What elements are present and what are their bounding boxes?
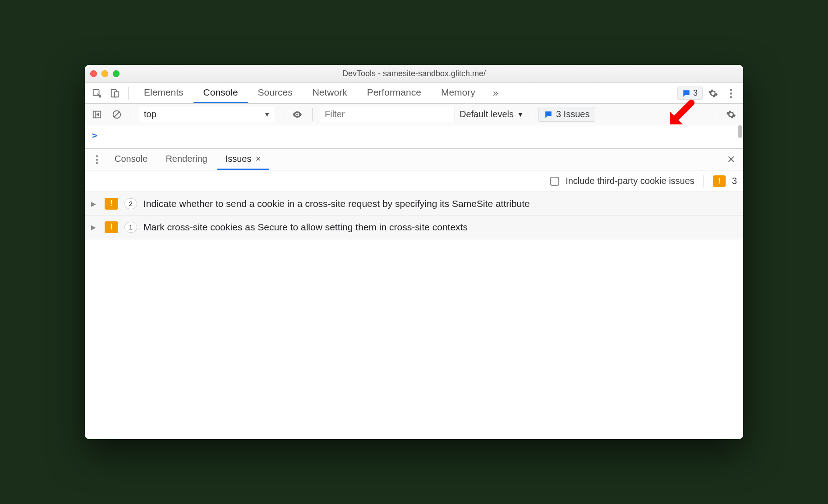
divider <box>312 108 313 121</box>
issues-badge-button[interactable]: 3 <box>677 87 703 100</box>
issues-list: ▶ ! 2 Indicate whether to send a cookie … <box>85 192 743 239</box>
divider <box>716 108 716 121</box>
tab-network[interactable]: Network <box>303 83 357 103</box>
titlebar: DevTools - samesite-sandbox.glitch.me/ <box>85 65 743 83</box>
drawer-tab-issues[interactable]: Issues ✕ <box>217 149 269 170</box>
scrollbar-thumb[interactable] <box>738 125 742 138</box>
issues-counter-label: 3 Issues <box>556 109 589 119</box>
more-tabs-icon[interactable]: » <box>488 86 503 101</box>
issues-toolbar: Include third-party cookie issues ! 3 <box>85 170 743 192</box>
drawer-tab-rendering[interactable]: Rendering <box>157 149 215 170</box>
console-toolbar: top ▼ Default levels ▼ 3 Issues <box>85 104 743 125</box>
issues-badge-count: 3 <box>693 88 698 98</box>
issues-counter-button[interactable]: 3 Issues <box>538 107 595 122</box>
chevron-down-icon: ▼ <box>517 111 524 118</box>
device-toolbar-icon[interactable] <box>107 86 123 101</box>
devtools-window: DevTools - samesite-sandbox.glitch.me/ E… <box>85 65 743 439</box>
tab-console[interactable]: Console <box>193 83 248 103</box>
issue-row[interactable]: ▶ ! 2 Indicate whether to send a cookie … <box>85 192 743 215</box>
warn-glyph: ! <box>713 175 726 187</box>
expand-icon[interactable]: ▶ <box>91 200 98 207</box>
divider <box>132 108 132 121</box>
warning-icon: ! <box>105 221 118 233</box>
console-sidebar-toggle-icon[interactable] <box>89 107 105 122</box>
filter-input[interactable] <box>320 107 455 122</box>
divider <box>282 108 282 121</box>
tab-sources[interactable]: Sources <box>248 83 303 103</box>
warning-icon: ! <box>105 198 118 210</box>
divider <box>531 108 531 121</box>
settings-icon[interactable] <box>705 86 721 101</box>
include-third-party-label: Include third-party cookie issues <box>566 176 695 186</box>
tab-memory[interactable]: Memory <box>431 83 485 103</box>
drawer-tab-console[interactable]: Console <box>106 149 156 170</box>
total-issues-count: 3 <box>732 176 737 186</box>
svg-rect-2 <box>115 92 119 97</box>
kebab-menu-icon[interactable]: ⋮ <box>723 86 739 101</box>
context-value: top <box>144 109 156 119</box>
log-levels-dropdown[interactable]: Default levels ▼ <box>460 109 524 119</box>
divider <box>704 175 704 188</box>
drawer-kebab-icon[interactable]: ⋮ <box>89 152 105 167</box>
expand-icon[interactable]: ▶ <box>91 224 98 231</box>
window-title: DevTools - samesite-sandbox.glitch.me/ <box>85 69 743 78</box>
include-third-party-checkbox[interactable] <box>550 177 559 186</box>
context-selector[interactable]: top ▼ <box>139 107 275 122</box>
chevron-down-icon: ▼ <box>264 111 270 118</box>
inspect-element-icon[interactable] <box>89 86 105 101</box>
prompt-symbol: > <box>92 130 97 141</box>
drawer-tabstrip: ⋮ Console Rendering Issues ✕ ✕ <box>85 149 743 170</box>
levels-label: Default levels <box>460 109 514 119</box>
svg-point-5 <box>296 114 298 115</box>
console-settings-icon[interactable] <box>723 107 739 122</box>
console-prompt[interactable]: > <box>85 125 743 149</box>
main-tabstrip: Elements Console Sources Network Perform… <box>85 83 743 104</box>
issue-title: Indicate whether to send a cookie in a c… <box>143 197 530 210</box>
clear-console-icon[interactable] <box>109 107 124 122</box>
tab-elements[interactable]: Elements <box>134 83 193 103</box>
drawer-tab-issues-label: Issues <box>225 154 252 164</box>
close-tab-icon[interactable]: ✕ <box>255 155 261 163</box>
close-drawer-icon[interactable]: ✕ <box>723 152 739 167</box>
tab-performance[interactable]: Performance <box>357 83 431 103</box>
issue-count-badge: 1 <box>124 222 137 233</box>
live-expression-icon[interactable] <box>290 107 305 122</box>
main-tabs: Elements Console Sources Network Perform… <box>134 83 485 103</box>
total-issues-badge-icon: ! <box>713 175 726 187</box>
issue-count-badge: 2 <box>124 198 137 209</box>
divider <box>128 87 129 100</box>
issue-row[interactable]: ▶ ! 1 Mark cross-site cookies as Secure … <box>85 215 743 239</box>
issue-title: Mark cross-site cookies as Secure to all… <box>143 221 468 233</box>
